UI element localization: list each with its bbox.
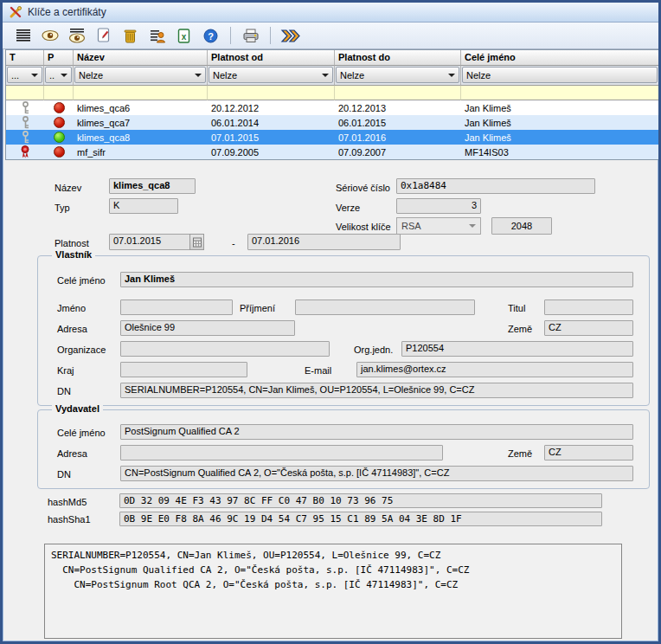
certificate-persons-button[interactable] (145, 25, 169, 47)
platnost-od-field[interactable]: 07.01.2015 (109, 234, 190, 250)
status-dot (54, 117, 65, 128)
filter-combo-t[interactable]: ... (7, 67, 42, 83)
typ-field[interactable]: K (109, 198, 178, 214)
column-header-cele-jmeno[interactable]: Celé jméno (461, 50, 659, 66)
nazev-field[interactable]: klimes_qca8 (109, 178, 196, 194)
key-icon (21, 101, 30, 114)
owner-jmeno-field[interactable] (120, 299, 233, 315)
nazev-label: Název (55, 183, 81, 193)
calendar-button[interactable] (189, 234, 204, 250)
column-header-nazev[interactable]: Název (74, 50, 208, 66)
owner-cele-jmeno-label: Celé jméno (57, 275, 106, 286)
velikost-klice-field[interactable]: 2048 (491, 217, 552, 235)
eye-icon (42, 29, 59, 42)
hash-md5-field[interactable]: 0D 32 09 4E F3 43 97 8C FF C0 47 B0 10 7… (119, 493, 602, 508)
column-header-p[interactable]: P (44, 50, 74, 66)
key-icon (21, 131, 30, 144)
cell-nazev: mf_sifr (74, 145, 208, 159)
view-button[interactable] (38, 25, 61, 47)
filter-combo-platnost-od[interactable]: Nelze (209, 67, 333, 83)
owner-adresa-field[interactable]: Olešnice 99 (120, 320, 295, 336)
cell-cele-jmeno: Jan Klimeš (461, 100, 659, 115)
filter-input-nazev[interactable] (74, 86, 208, 100)
export-excel-button[interactable]: x (172, 25, 196, 47)
issuer-cele-jmeno-field[interactable]: PostSignum Qualified CA 2 (120, 424, 633, 440)
cell-cele-jmeno: Jan Klimeš (461, 130, 659, 145)
seriove-cislo-field[interactable]: 0x1a8484 (396, 178, 595, 194)
table-row[interactable]: klimes_qca6 20.12.2012 20.12.2013 Jan Kl… (6, 100, 659, 115)
issuer-zeme-label: Země (508, 448, 532, 459)
algorithm-combo[interactable]: RSA (396, 217, 481, 235)
issuer-dn-label: DN (57, 469, 71, 480)
key-icon (21, 116, 30, 129)
help-button[interactable]: ? (199, 25, 222, 47)
owner-dn-label: DN (57, 386, 71, 396)
issuer-adresa-field[interactable] (120, 445, 443, 460)
platnost-do-field[interactable]: 07.01.2016 (247, 234, 401, 250)
list-view-button[interactable] (11, 25, 35, 47)
owner-zeme-label: Země (508, 324, 532, 334)
certificate-seal-icon (20, 145, 30, 158)
svg-text:x: x (182, 31, 187, 41)
owner-orgjedn-field[interactable]: P120554 (401, 341, 633, 357)
filter-input-t[interactable] (6, 86, 44, 100)
edit-document-button[interactable] (92, 25, 115, 47)
owner-cele-jmeno-field[interactable]: Jan Klimeš (120, 272, 633, 287)
chevron-down-icon (195, 74, 202, 77)
platnost-separator: - (232, 238, 235, 248)
owner-prijmeni-field[interactable] (295, 299, 475, 315)
cell-platnost-do: 06.01.2015 (335, 115, 461, 130)
verze-field[interactable]: 3 (396, 198, 481, 214)
filter-input-platnost-od[interactable] (208, 86, 335, 100)
filter-combo-platnost-do[interactable]: Nelze (336, 67, 459, 83)
chevron-down-icon (322, 74, 329, 77)
cell-nazev: klimes_qca6 (74, 100, 208, 115)
table-row-selected[interactable]: klimes_qca8 07.01.2015 07.01.2016 Jan Kl… (6, 130, 659, 145)
delete-button[interactable] (119, 25, 142, 47)
filter-combo-nazev[interactable]: Nelze (74, 67, 206, 83)
issuer-group-title: Vydavatel (52, 403, 103, 414)
filter-input-cele-jmeno[interactable] (461, 86, 659, 100)
owner-adresa-label: Adresa (57, 324, 87, 334)
hash-sha1-field[interactable]: 0B 9E E0 F8 8A 46 9C 19 D4 54 C7 95 15 C… (119, 512, 602, 526)
filter-input-row (6, 86, 659, 100)
issuer-zeme-field[interactable]: CZ (544, 445, 633, 460)
chevron-down-icon (61, 74, 67, 77)
table-row[interactable]: mf_sifr 07.09.2005 07.09.2007 MF14IS03 (6, 145, 659, 159)
app-tools-icon (9, 5, 22, 19)
certificates-table: T P Název Platnost od Platnost do Celé j… (5, 49, 660, 160)
owner-zeme-field[interactable]: CZ (544, 320, 633, 336)
issuer-dn-field[interactable]: CN=PostSignum Qualified CA 2, O="Česká p… (120, 466, 633, 481)
cell-platnost-od: 07.09.2005 (208, 145, 335, 159)
filter-combo-cele-jmeno[interactable]: Nelze (462, 67, 658, 83)
excel-export-icon: x (177, 29, 190, 43)
double-arrow-icon (280, 29, 301, 43)
owner-titul-label: Titul (508, 303, 525, 313)
cell-platnost-od: 20.12.2012 (208, 100, 335, 115)
owner-organizace-field[interactable] (120, 341, 330, 357)
filter-input-p[interactable] (44, 86, 74, 100)
column-header-platnost-od[interactable]: Platnost od (208, 50, 335, 66)
toolbar-separator (270, 27, 271, 44)
owner-email-field[interactable]: jan.klimes@ortex.cz (356, 362, 633, 377)
owner-dn-field[interactable]: SERIALNUMBER=P120554, CN=Jan Klimeš, OU=… (120, 383, 633, 398)
cell-platnost-do: 20.12.2013 (335, 100, 461, 115)
trash-icon (124, 29, 137, 43)
filter-input-platnost-do[interactable] (335, 86, 461, 100)
forward-button[interactable] (279, 25, 302, 47)
cell-platnost-do: 07.09.2007 (335, 145, 461, 159)
owner-kraj-field[interactable] (120, 362, 247, 377)
column-header-platnost-do[interactable]: Platnost do (335, 50, 461, 66)
list-icon (16, 29, 31, 42)
certificate-chain-box[interactable]: SERIALNUMBER=P120554, CN=Jan Klimeš, OU=… (44, 544, 622, 639)
view-details-button[interactable] (65, 25, 88, 47)
print-button[interactable] (239, 25, 262, 47)
owner-titul-field[interactable] (544, 299, 633, 315)
column-header-t[interactable]: T (6, 50, 44, 66)
chevron-down-icon (448, 74, 455, 77)
owner-prijmeni-label: Příjmení (240, 303, 275, 313)
status-dot (54, 132, 65, 143)
table-row[interactable]: klimes_qca7 06.01.2014 06.01.2015 Jan Kl… (6, 115, 659, 130)
filter-combo-p[interactable]: .. (45, 67, 72, 83)
svg-text:?: ? (208, 30, 214, 41)
